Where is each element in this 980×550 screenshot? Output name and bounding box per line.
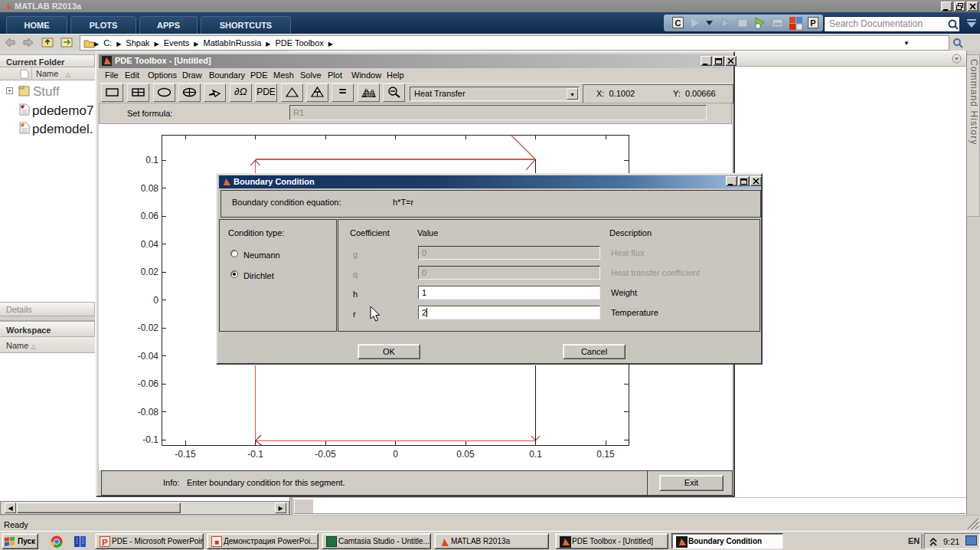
svg-text:0.1: 0.1 [529, 449, 542, 460]
svg-text:0.06: 0.06 [141, 211, 159, 221]
svg-text:-0.08: -0.08 [138, 407, 159, 417]
svg-text:0.15: 0.15 [596, 449, 615, 460]
svg-text:-0.06: -0.06 [138, 378, 159, 389]
svg-text:0.02: 0.02 [141, 267, 159, 277]
svg-text:-0.1: -0.1 [247, 449, 263, 460]
svg-text:-0.05: -0.05 [315, 449, 336, 460]
svg-text:0.05: 0.05 [456, 449, 475, 460]
svg-text:-0.15: -0.15 [175, 449, 196, 460]
svg-text:-0.1: -0.1 [142, 434, 158, 445]
svg-text:0: 0 [153, 295, 158, 306]
svg-text:0.1: 0.1 [145, 155, 158, 165]
svg-text:-0.04: -0.04 [138, 351, 159, 362]
svg-text:0.08: 0.08 [141, 183, 159, 194]
svg-text:0: 0 [393, 449, 398, 460]
svg-text:-0.02: -0.02 [138, 322, 159, 333]
svg-text:0.04: 0.04 [141, 239, 159, 250]
